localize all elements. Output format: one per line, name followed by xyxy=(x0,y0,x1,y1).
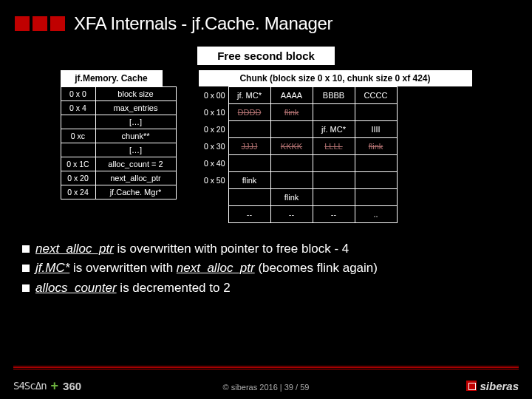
logo-360: 360 xyxy=(63,380,81,392)
chunk-cell: -- xyxy=(228,206,270,223)
plus-icon: + xyxy=(51,378,59,394)
mem-table-body: 0 x 0block size0 x 4max_entries[…]0 xcch… xyxy=(61,86,177,200)
addr-cell: 0 x 00 xyxy=(199,87,229,104)
page-title: XFA Internals - jf.Cache. Manager xyxy=(74,13,332,34)
table-row: […] xyxy=(61,115,176,129)
bullet-text: jf.MC* is overwritten with next_alloc_pt… xyxy=(35,259,378,278)
value-cell: next_alloc_ptr xyxy=(95,171,176,185)
addr-cell: 0 x 10 xyxy=(199,104,229,121)
addr-cell: 0 x 20 xyxy=(61,171,95,185)
chunk-cell xyxy=(228,189,270,206)
value-cell: […] xyxy=(95,115,176,129)
chunk-cell: jf. MC* xyxy=(228,87,270,104)
memory-cache-table: jf.Memory. Cache 0 x 0block size0 x 4max… xyxy=(61,70,177,223)
copyright: © siberas 2016 | 39 / 59 xyxy=(223,383,310,392)
chunk-cell: flink xyxy=(228,172,270,189)
chunk-cell xyxy=(313,155,355,172)
addr-cell xyxy=(61,143,95,157)
siberas-text: siberas xyxy=(480,380,519,392)
header: XFA Internals - jf.Cache. Manager xyxy=(0,0,532,40)
addr-cell xyxy=(199,206,229,223)
value-cell: chunk** xyxy=(95,129,176,143)
square-icon xyxy=(15,16,30,31)
chunk-cell xyxy=(313,172,355,189)
table-row: 0 x 0block size xyxy=(61,87,176,101)
table-row: 0 x 1Calloc_count = 2 xyxy=(61,157,176,171)
table-row: 0 x 20next_alloc_ptr xyxy=(61,171,176,185)
chunk-cell xyxy=(270,155,313,172)
value-cell: jf.Cache. Mgr* xyxy=(95,185,176,200)
tables: jf.Memory. Cache 0 x 0block size0 x 4max… xyxy=(0,70,532,223)
mem-table-header: jf.Memory. Cache xyxy=(61,70,163,86)
table-row: 0 x 10DDDDflink xyxy=(199,104,398,121)
chunk-table-wrap: Chunk (block size 0 x 10, chunk size 0 x… xyxy=(199,70,472,223)
chunk-cell: IIII xyxy=(355,121,397,138)
chunk-cell: jf. MC* xyxy=(313,121,355,138)
chunk-cell xyxy=(313,189,355,206)
addr-cell: 0 x 4 xyxy=(61,101,95,115)
value-cell: alloc_count = 2 xyxy=(95,157,176,171)
table-row: flink xyxy=(199,189,398,206)
bullet-text: next_alloc_ptr is overwritten with point… xyxy=(35,239,349,259)
chunk-cell: flink xyxy=(355,138,397,155)
table-row: 0 x 4max_entries xyxy=(61,101,176,115)
bullet-list: next_alloc_ptr is overwritten with point… xyxy=(22,239,510,298)
bullet-text: allocs_counter is decremented to 2 xyxy=(35,279,231,298)
table-row: 0 x 20jf. MC*IIII xyxy=(199,121,398,138)
addr-cell xyxy=(61,115,95,129)
chunk-cell xyxy=(355,104,397,121)
s4scan-logo: S4ScΔn xyxy=(13,380,47,392)
table-row: 0 x 30JJJJKKKKLLLLflink xyxy=(199,138,398,155)
addr-cell: 0 x 40 xyxy=(199,155,229,172)
chunk-cell: flink xyxy=(270,104,313,121)
chunk-cell: .. xyxy=(355,206,397,223)
siberas-logo: siberas xyxy=(466,380,519,392)
addr-cell xyxy=(199,189,229,206)
logo-squares xyxy=(15,16,65,31)
table-row: ------.. xyxy=(199,206,398,223)
chunk-cell xyxy=(355,172,397,189)
bullet-icon xyxy=(22,265,30,272)
chunk-cell: DDDD xyxy=(228,104,270,121)
value-cell: block size xyxy=(95,87,176,101)
table-row: 0 xcchunk** xyxy=(61,129,176,143)
chunk-cell xyxy=(313,104,355,121)
chunk-cell: JJJJ xyxy=(228,138,270,155)
chunk-table-body: 0 x 00jf. MC*AAAABBBBCCCC0 x 10DDDDflink… xyxy=(199,86,398,223)
addr-cell: 0 x 20 xyxy=(199,121,229,138)
chunk-cell: KKKK xyxy=(270,138,313,155)
chunk-cell: -- xyxy=(270,206,313,223)
chunk-cell: LLLL xyxy=(313,138,355,155)
addr-cell: 0 x 50 xyxy=(199,172,229,189)
table-row: […] xyxy=(61,143,176,157)
chunk-table-header: Chunk (block size 0 x 10, chunk size 0 x… xyxy=(199,70,472,86)
bullet-item: next_alloc_ptr is overwritten with point… xyxy=(22,239,510,259)
addr-cell: 0 x 24 xyxy=(61,185,95,200)
addr-cell: 0 x 1C xyxy=(61,157,95,171)
table-row: 0 x 50flink xyxy=(199,172,398,189)
addr-cell: 0 xc xyxy=(61,129,95,143)
bullet-item: jf.MC* is overwritten with next_alloc_pt… xyxy=(22,259,510,278)
chunk-cell: AAAA xyxy=(270,87,313,104)
chunk-cell: -- xyxy=(313,206,355,223)
addr-cell: 0 x 0 xyxy=(61,87,95,101)
addr-cell: 0 x 30 xyxy=(199,138,229,155)
bullet-icon xyxy=(22,284,30,292)
table-row: 0 x 00jf. MC*AAAABBBBCCCC xyxy=(199,87,398,104)
chunk-cell xyxy=(228,155,270,172)
chunk-cell xyxy=(355,189,397,206)
square-icon xyxy=(33,16,47,31)
chunk-cell: flink xyxy=(270,189,313,206)
bullet-icon xyxy=(22,245,30,253)
chunk-cell xyxy=(228,121,270,138)
chunk-cell: CCCC xyxy=(355,87,397,104)
bullet-item: allocs_counter is decremented to 2 xyxy=(22,279,510,298)
chunk-cell xyxy=(270,172,313,189)
chunk-cell: BBBB xyxy=(313,87,355,104)
siberas-icon xyxy=(466,381,477,391)
table-row: 0 x 24jf.Cache. Mgr* xyxy=(61,185,176,200)
value-cell: max_entries xyxy=(95,101,176,115)
chunk-cell xyxy=(355,155,397,172)
square-icon xyxy=(50,16,65,31)
footer-divider xyxy=(13,369,519,369)
